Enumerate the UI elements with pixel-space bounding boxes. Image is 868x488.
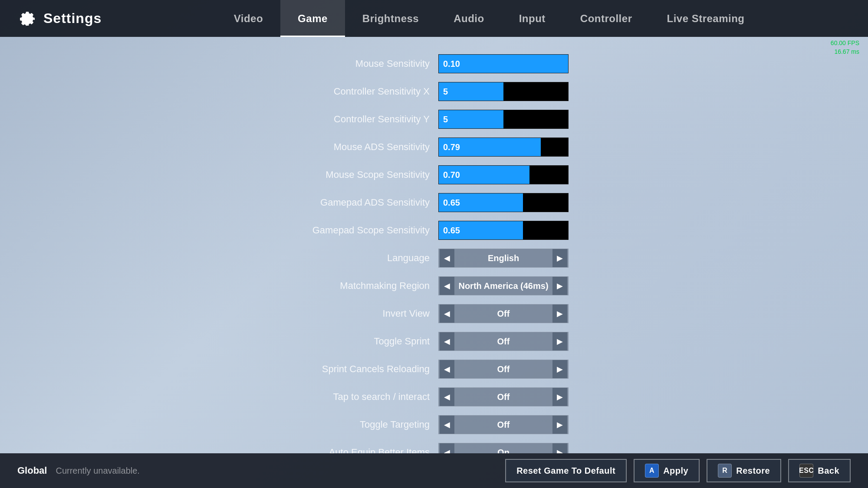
value-language: English — [454, 253, 552, 263]
setting-tap-search: Tap to search / interact ◀ Off ▶ — [269, 383, 599, 411]
dropdown-toggle-sprint[interactable]: ◀ Off ▶ — [438, 332, 569, 351]
label-invert-view: Invert View — [273, 308, 438, 319]
tab-live-streaming[interactable]: Live Streaming — [649, 0, 762, 37]
apply-key-icon: A — [645, 464, 659, 478]
value-mouse-scope: 0.70 — [443, 170, 460, 180]
reset-defaults-label: Reset Game To Default — [516, 466, 615, 476]
control-language: ◀ English ▶ — [438, 249, 595, 268]
control-controller-y: 5 — [438, 110, 595, 129]
setting-controller-x: Controller Sensitivity X 5 — [269, 78, 599, 105]
slider-mouse-sensitivity[interactable]: 0.10 — [438, 54, 569, 73]
footer-global-label: Global — [17, 465, 47, 476]
app-logo: Settings — [17, 9, 102, 28]
setting-matchmaking: Matchmaking Region ◀ North America (46ms… — [269, 272, 599, 300]
restore-button[interactable]: R Restore — [707, 459, 781, 482]
arrow-right-matchmaking[interactable]: ▶ — [552, 277, 567, 295]
reset-defaults-button[interactable]: Reset Game To Default — [505, 459, 627, 482]
slider-fill-mouse-sensitivity: 0.10 — [439, 55, 568, 73]
arrow-right-auto-equip[interactable]: ▶ — [552, 443, 567, 453]
tab-game[interactable]: Game — [280, 0, 345, 37]
arrow-left-toggle-targeting[interactable]: ◀ — [440, 416, 454, 434]
value-matchmaking: North America (46ms) — [454, 281, 552, 291]
setting-controller-y: Controller Sensitivity Y 5 — [269, 105, 599, 133]
app-title: Settings — [43, 10, 102, 26]
fps-value: 60.00 FPS — [831, 39, 859, 48]
value-mouse-sensitivity: 0.10 — [443, 59, 460, 69]
slider-fill-gamepad-scope: 0.65 — [439, 221, 523, 239]
control-auto-equip: ◀ On ▶ — [438, 443, 595, 453]
slider-fill-controller-x: 5 — [439, 82, 503, 101]
tab-input[interactable]: Input — [502, 0, 563, 37]
label-controller-x: Controller Sensitivity X — [273, 86, 438, 97]
value-tap-search: Off — [454, 392, 552, 402]
arrow-left-matchmaking[interactable]: ◀ — [440, 277, 454, 295]
slider-fill-controller-y: 5 — [439, 110, 503, 128]
tab-controller[interactable]: Controller — [563, 0, 650, 37]
setting-toggle-sprint: Toggle Sprint ◀ Off ▶ — [269, 328, 599, 355]
value-toggle-sprint: Off — [454, 337, 552, 347]
label-mouse-scope: Mouse Scope Sensitivity — [273, 169, 438, 180]
arrow-right-toggle-targeting[interactable]: ▶ — [552, 416, 567, 434]
slider-controller-y[interactable]: 5 — [438, 110, 569, 129]
setting-invert-view: Invert View ◀ Off ▶ — [269, 300, 599, 328]
nav-tabs: Video Game Brightness Audio Input Contro… — [128, 0, 851, 37]
control-toggle-sprint: ◀ Off ▶ — [438, 332, 595, 351]
apply-label: Apply — [663, 466, 688, 476]
slider-controller-x[interactable]: 5 — [438, 82, 569, 101]
setting-auto-equip: Auto Equip Better Items ◀ On ▶ — [269, 439, 599, 453]
arrow-left-invert-view[interactable]: ◀ — [440, 305, 454, 323]
label-controller-y: Controller Sensitivity Y — [273, 114, 438, 125]
arrow-left-auto-equip[interactable]: ◀ — [440, 443, 454, 453]
tab-video[interactable]: Video — [217, 0, 280, 37]
back-key-icon: ESC — [799, 464, 813, 478]
label-language: Language — [273, 252, 438, 264]
tab-brightness[interactable]: Brightness — [345, 0, 436, 37]
dropdown-matchmaking[interactable]: ◀ North America (46ms) ▶ — [438, 276, 569, 295]
slider-fill-gamepad-ads: 0.65 — [439, 193, 523, 212]
arrow-right-language[interactable]: ▶ — [552, 249, 567, 267]
restore-key-icon: R — [718, 464, 732, 478]
settings-panel: Mouse Sensitivity 0.10 Controller Sensit… — [269, 50, 599, 453]
value-gamepad-scope: 0.65 — [443, 226, 460, 236]
footer-actions: Reset Game To Default A Apply R Restore … — [505, 459, 851, 482]
value-toggle-targeting: Off — [454, 420, 552, 430]
setting-toggle-targeting: Toggle Targeting ◀ Off ▶ — [269, 411, 599, 439]
label-toggle-targeting: Toggle Targeting — [273, 419, 438, 430]
dropdown-tap-search[interactable]: ◀ Off ▶ — [438, 387, 569, 406]
back-button[interactable]: ESC Back — [788, 459, 851, 482]
dropdown-sprint-cancels[interactable]: ◀ Off ▶ — [438, 360, 569, 379]
control-mouse-scope: 0.70 — [438, 165, 595, 184]
slider-fill-mouse-scope: 0.70 — [439, 166, 529, 184]
control-matchmaking: ◀ North America (46ms) ▶ — [438, 276, 595, 295]
arrow-right-tap-search[interactable]: ▶ — [552, 388, 567, 406]
setting-mouse-sensitivity: Mouse Sensitivity 0.10 — [269, 50, 599, 78]
value-controller-y: 5 — [443, 115, 448, 124]
dropdown-invert-view[interactable]: ◀ Off ▶ — [438, 304, 569, 323]
slider-fill-mouse-ads: 0.79 — [439, 138, 541, 156]
arrow-left-language[interactable]: ◀ — [440, 249, 454, 267]
control-mouse-ads: 0.79 — [438, 138, 595, 157]
slider-mouse-ads[interactable]: 0.79 — [438, 138, 569, 157]
apply-button[interactable]: A Apply — [634, 459, 700, 482]
gear-icon — [17, 9, 36, 28]
arrow-left-toggle-sprint[interactable]: ◀ — [440, 332, 454, 350]
restore-label: Restore — [736, 466, 770, 476]
tab-audio[interactable]: Audio — [436, 0, 501, 37]
back-label: Back — [818, 466, 839, 476]
arrow-right-toggle-sprint[interactable]: ▶ — [552, 332, 567, 350]
arrow-right-invert-view[interactable]: ▶ — [552, 305, 567, 323]
dropdown-language[interactable]: ◀ English ▶ — [438, 249, 569, 268]
arrow-left-sprint-cancels[interactable]: ◀ — [440, 360, 454, 378]
slider-mouse-scope[interactable]: 0.70 — [438, 165, 569, 184]
dropdown-toggle-targeting[interactable]: ◀ Off ▶ — [438, 415, 569, 434]
label-sprint-cancels: Sprint Cancels Reloading — [273, 364, 438, 375]
control-sprint-cancels: ◀ Off ▶ — [438, 360, 595, 379]
slider-gamepad-ads[interactable]: 0.65 — [438, 193, 569, 212]
arrow-left-tap-search[interactable]: ◀ — [440, 388, 454, 406]
slider-gamepad-scope[interactable]: 0.65 — [438, 221, 569, 240]
dropdown-auto-equip[interactable]: ◀ On ▶ — [438, 443, 569, 453]
fps-display: 60.00 FPS 16.67 ms — [831, 39, 859, 56]
arrow-right-sprint-cancels[interactable]: ▶ — [552, 360, 567, 378]
ms-value: 16.67 ms — [831, 48, 859, 56]
label-mouse-sensitivity: Mouse Sensitivity — [273, 58, 438, 69]
